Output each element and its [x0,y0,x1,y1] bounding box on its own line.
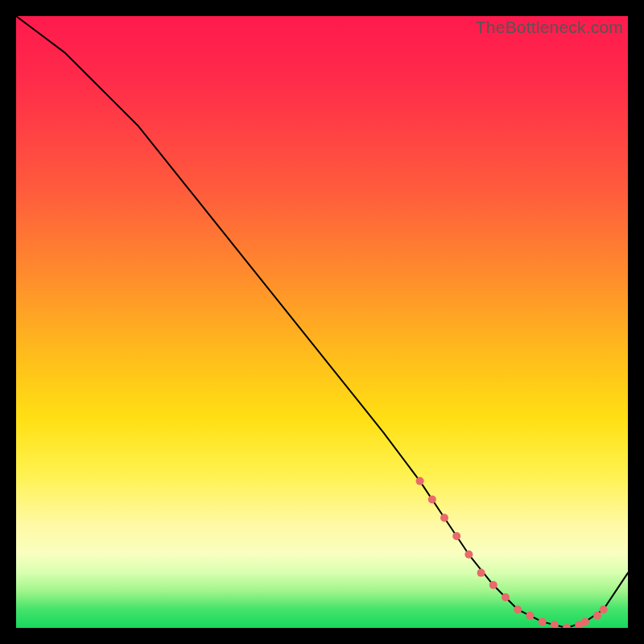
highlight-dot [581,617,589,625]
highlight-dot [600,605,608,613]
bottleneck-curve [16,16,628,628]
curve-svg [16,16,628,628]
highlight-dot [514,605,522,613]
highlight-dot [416,477,424,485]
highlight-dots-group [416,477,608,628]
watermark-text: TheBottleneck.com [476,18,623,37]
highlight-dot [464,551,473,559]
highlight-dot [539,617,547,625]
highlight-dot [428,495,436,503]
highlight-dot [526,612,534,620]
highlight-dot [489,581,497,589]
highlight-dot [477,569,485,577]
highlight-dot [452,532,460,540]
highlight-dot [593,612,601,620]
highlight-dot [551,621,559,628]
highlight-dot [502,593,510,601]
plot-area: TheBottleneck.com [16,16,628,628]
highlight-dot [575,621,583,628]
highlight-dot [563,624,571,628]
chart-frame: TheBottleneck.com [0,0,644,644]
highlight-dot [440,514,448,522]
